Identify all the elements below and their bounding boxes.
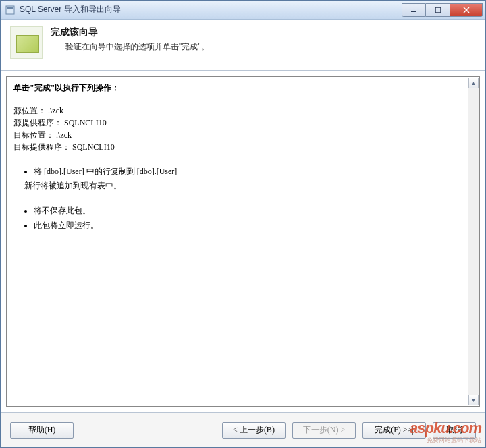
target-provider-value: SQLNCLI10 — [72, 142, 115, 152]
maximize-button[interactable] — [426, 3, 450, 17]
bullet-item: 将不保存此包。 — [34, 204, 473, 217]
wizard-header-text: 完成该向导 验证在向导中选择的选项并单击"完成"。 — [51, 26, 209, 53]
wizard-window: SQL Server 导入和导出向导 完成该向导 验证在向导中选择的选项并单击"… — [0, 0, 486, 448]
summary-box: 单击"完成"以执行下列操作： 源位置： .\zck 源提供程序： SQLNCLI… — [6, 76, 480, 407]
titlebar[interactable]: SQL Server 导入和导出向导 — [1, 1, 485, 20]
source-provider-label: 源提供程序： — [14, 118, 62, 128]
scroll-down-button[interactable]: ▼ — [468, 395, 479, 405]
app-icon — [5, 5, 16, 16]
bullet-item-sub: 新行将被追加到现有表中。 — [24, 179, 473, 192]
target-provider-line: 目标提供程序： SQLNCLI10 — [14, 141, 473, 153]
help-button[interactable]: 帮助(H) — [10, 422, 74, 439]
source-location-label: 源位置： — [14, 106, 46, 115]
window-title: SQL Server 导入和导出向导 — [20, 4, 402, 16]
back-button[interactable]: < 上一步(B) — [222, 422, 286, 439]
bullet-group-2: 将不保存此包。 此包将立即运行。 — [14, 204, 473, 231]
target-provider-label: 目标提供程序： — [14, 142, 70, 152]
target-location-label: 目标位置： — [14, 130, 54, 140]
target-location-value: .\zck — [56, 130, 72, 140]
minimize-button[interactable] — [402, 3, 426, 17]
wizard-header-title: 完成该向导 — [51, 26, 209, 38]
bullet-group-1: 将 [dbo].[User] 中的行复制到 [dbo].[User] 新行将被追… — [14, 165, 473, 192]
svg-rect-3 — [435, 7, 441, 13]
source-provider-value: SQLNCLI10 — [64, 118, 107, 128]
wizard-header-subtitle: 验证在向导中选择的选项并单击"完成"。 — [51, 41, 209, 53]
next-button: 下一步(N) > — [292, 422, 356, 439]
wizard-header: 完成该向导 验证在向导中选择的选项并单击"完成"。 — [1, 20, 485, 71]
scroll-up-button[interactable]: ▲ — [468, 78, 479, 88]
source-provider-line: 源提供程序： SQLNCLI10 — [14, 117, 473, 129]
wizard-content: 单击"完成"以执行下列操作： 源位置： .\zck 源提供程序： SQLNCLI… — [1, 71, 485, 412]
summary-title: 单击"完成"以执行下列操作： — [14, 82, 473, 94]
svg-rect-0 — [6, 6, 14, 14]
close-button[interactable] — [450, 3, 483, 17]
bullet-item: 将 [dbo].[User] 中的行复制到 [dbo].[User] — [34, 165, 473, 178]
bullet-item: 此包将立即运行。 — [34, 219, 473, 232]
cancel-button[interactable]: 取消 — [433, 422, 476, 439]
wizard-footer: 帮助(H) < 上一步(B) 下一步(N) > 完成(F) >>| 取消 — [1, 412, 485, 447]
vertical-scrollbar[interactable]: ▲ ▼ — [468, 78, 479, 405]
source-location-line: 源位置： .\zck — [14, 105, 473, 117]
finish-button[interactable]: 完成(F) >>| — [362, 422, 426, 439]
source-location-value: .\zck — [48, 106, 63, 115]
titlebar-buttons — [402, 3, 483, 17]
svg-rect-1 — [7, 7, 13, 9]
wizard-header-icon — [10, 26, 43, 59]
target-location-line: 目标位置： .\zck — [14, 129, 473, 141]
